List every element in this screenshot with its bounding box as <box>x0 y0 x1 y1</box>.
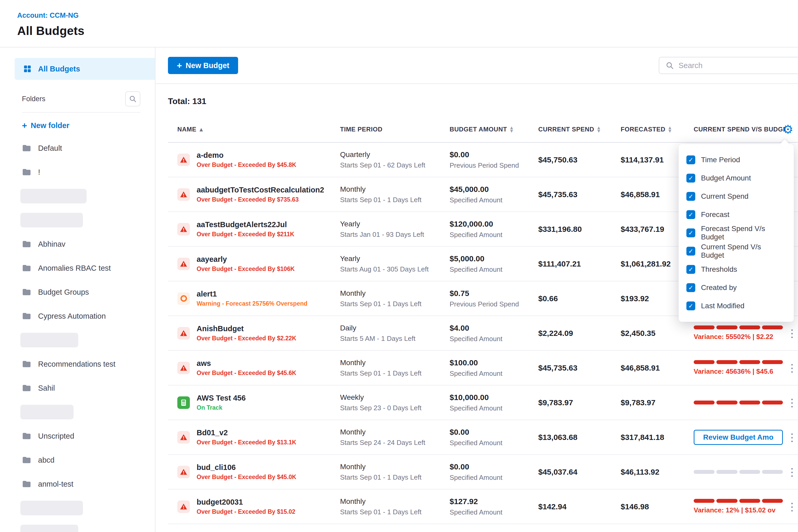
row-menu-icon[interactable]: ⋮ <box>784 500 798 513</box>
checkbox-checked-icon[interactable]: ✓ <box>686 247 695 255</box>
folder-item[interactable] <box>0 328 155 352</box>
time-period: Monthly <box>340 463 445 471</box>
budget-amount-type: Previous Period Spend <box>450 162 534 170</box>
time-period-detail: Starts Sep 01 - 62 Days Left <box>340 161 445 169</box>
column-header-current-spend[interactable]: CURRENT SPEND▲▼ <box>538 126 621 133</box>
column-menu-label: Forecast <box>701 210 729 219</box>
checkbox-checked-icon[interactable]: ✓ <box>686 283 695 292</box>
folder-icon <box>22 240 31 249</box>
column-menu-item-current-spend[interactable]: ✓Current Spend <box>686 187 786 206</box>
new-budget-button[interactable]: + New Budget <box>168 57 238 74</box>
budget-status-text: On Track <box>197 404 246 411</box>
table-row[interactable]: aws Over Budget - Exceeded By $45.6K Mon… <box>168 351 798 385</box>
column-menu-item-last-modified[interactable]: ✓Last Modified <box>686 297 786 315</box>
time-period-detail: Starts Sep 23 - 0 Days Left <box>340 404 445 412</box>
folder-search-button[interactable] <box>125 91 140 107</box>
column-menu-item-budget-amount[interactable]: ✓Budget Amount <box>686 169 786 187</box>
column-header-budget-amount[interactable]: BUDGET AMOUNT▲▼ <box>450 126 538 133</box>
row-menu-icon[interactable]: ⋮ <box>784 466 798 478</box>
column-menu-item-forecast[interactable]: ✓Forecast <box>686 206 786 224</box>
column-menu-item-created-by[interactable]: ✓Created by <box>686 279 786 297</box>
review-budget-button[interactable]: Review Budget Amo <box>694 430 783 445</box>
spend-vs-budget-cell <box>694 401 785 404</box>
warning-triangle-icon <box>177 223 190 235</box>
column-header-name[interactable]: NAME▲ <box>177 126 340 133</box>
folder-item-cypress-automation[interactable]: Cypress Automation <box>0 304 155 328</box>
folder-label: ! <box>38 168 40 176</box>
time-period-detail: Starts 5 AM - 1 Days Left <box>340 335 445 343</box>
folder-item[interactable] <box>0 400 155 424</box>
page-title: All Budgets <box>17 24 798 38</box>
warning-triangle-icon <box>177 327 190 340</box>
column-menu-item-time-period[interactable]: ✓Time Period <box>686 151 786 169</box>
row-menu-icon[interactable]: ⋮ <box>784 362 798 374</box>
folder-item-anomalies-rbac-test[interactable]: Anomalies RBAC test <box>0 256 155 280</box>
budget-amount: $4.00 <box>450 324 534 332</box>
budget-name: aabudgetToTestCostRecalculation2 <box>197 186 324 194</box>
budget-status-text: Over Budget - Exceeded By $45.6K <box>197 369 296 377</box>
folder-item-sahil[interactable]: Sahil <box>0 376 155 400</box>
folder-label: Sahil <box>38 384 55 393</box>
folder-item[interactable] <box>0 496 155 520</box>
budget-status-text: Over Budget - Exceeded By $13.1K <box>197 439 296 446</box>
budget-name: bud_cli106 <box>197 463 296 472</box>
table-row[interactable]: budget20031 Over Budget - Exceeded By $1… <box>168 490 798 524</box>
folder-item[interactable] <box>0 520 155 532</box>
row-menu-icon[interactable]: ⋮ <box>784 396 798 409</box>
current-spend: $9,783.97 <box>538 398 616 407</box>
row-menu-icon[interactable]: ⋮ <box>784 431 798 443</box>
redacted-folder-name <box>20 333 78 347</box>
column-header-forecasted[interactable]: FORECASTED▲▼ <box>621 126 694 133</box>
main-layout: All Budgets Folders + New folder Default… <box>0 47 798 532</box>
folder-item-recommendations-test[interactable]: Recommendations test <box>0 352 155 376</box>
folder-item-budget-groups[interactable]: Budget Groups <box>0 280 155 304</box>
time-period: Daily <box>340 324 445 332</box>
budget-name: budget20031 <box>197 498 295 507</box>
sidebar-item-all-budgets[interactable]: All Budgets <box>15 58 155 80</box>
time-period: Yearly <box>340 254 445 263</box>
column-menu-label: Current Spend <box>701 192 748 201</box>
time-period: Monthly <box>340 289 445 298</box>
table-row[interactable]: AWS Test 456 On Track Weekly Starts Sep … <box>168 385 798 420</box>
budget-amount: $10,000.00 <box>450 393 534 402</box>
budget-name: alert1 <box>197 290 307 298</box>
folder-item[interactable] <box>0 184 155 208</box>
column-menu-item-current-spend-v-s-budget[interactable]: ✓Current Spend V/s Budget <box>686 242 786 260</box>
folder-item[interactable] <box>0 208 155 232</box>
account-breadcrumb-link[interactable]: Account: CCM-NG <box>17 12 78 20</box>
variance-label: Variance: 55502% | $2.22 <box>694 333 783 341</box>
folder-item-unscripted[interactable]: Unscripted <box>0 424 155 448</box>
current-spend: $2,224.09 <box>538 329 616 338</box>
redacted-folder-name <box>20 213 83 227</box>
folder-icon <box>22 359 31 369</box>
new-folder-button[interactable]: + New folder <box>22 121 155 130</box>
checkbox-checked-icon[interactable]: ✓ <box>686 228 695 237</box>
column-menu-item-thresholds[interactable]: ✓Thresholds <box>686 260 786 279</box>
folder-item-default[interactable]: Default <box>0 136 155 160</box>
time-period-detail: Starts Sep 24 - 24 Days Left <box>340 439 445 447</box>
checkbox-checked-icon[interactable]: ✓ <box>686 174 695 183</box>
folder-item-abhinav[interactable]: Abhinav <box>0 232 155 256</box>
time-period: Yearly <box>340 220 445 228</box>
table-row[interactable]: Bd01_v2 Over Budget - Exceeded By $13.1K… <box>168 420 798 455</box>
checkbox-checked-icon[interactable]: ✓ <box>686 155 695 164</box>
column-menu-item-forecast-spend-v-s-budget[interactable]: ✓Forecast Spend V/s Budget <box>686 224 786 242</box>
current-spend: $13,063.68 <box>538 433 616 442</box>
current-spend: $142.94 <box>538 502 616 511</box>
checkbox-checked-icon[interactable]: ✓ <box>686 192 695 201</box>
table-row[interactable]: bud_cli106 Over Budget - Exceeded By $45… <box>168 455 798 490</box>
folder-item-abcd[interactable]: abcd <box>0 448 155 472</box>
forecasted-amount: $9,783.97 <box>621 398 689 407</box>
checkbox-checked-icon[interactable]: ✓ <box>686 302 695 310</box>
folder-item-anmol-test[interactable]: anmol-test <box>0 472 155 496</box>
budget-status-text: Over Budget - Exceeded By $15.02 <box>197 508 295 515</box>
checkbox-checked-icon[interactable]: ✓ <box>686 210 695 219</box>
column-settings-gear-icon[interactable]: ⚙ <box>783 124 793 135</box>
search-input[interactable] <box>679 61 798 70</box>
folder-item-[interactable]: ! <box>0 160 155 184</box>
row-menu-icon[interactable]: ⋮ <box>784 327 798 340</box>
budget-amount: $0.75 <box>450 289 534 298</box>
checkbox-checked-icon[interactable]: ✓ <box>686 265 695 274</box>
spend-vs-budget-bar <box>694 401 783 404</box>
budget-amount-type: Specified Amount <box>450 439 534 447</box>
